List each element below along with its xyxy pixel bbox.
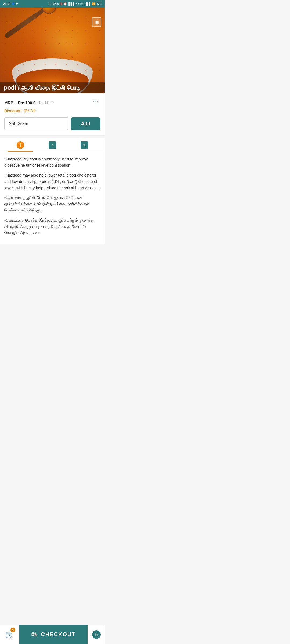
price-card: MRP : Rs: 100.0 Rs: 110.0 ♡ Discount : 9… [0,93,105,136]
tab-info[interactable]: i [4,138,36,152]
checkout-bag-icon: 🛍 [31,631,38,638]
mrp-label: MRP : [4,100,16,105]
discount-label: Discount : [4,109,23,113]
cart-badge: 5 [10,628,15,632]
price-original: Rs: 110.0 [38,100,54,105]
price-current: Rs: 100.0 [18,100,35,105]
back-button[interactable]: ← [3,17,13,27]
coupon-button[interactable]: % [88,625,105,644]
desc-point-3: •ஆளி விதை இட்லி பொடி பொதுவாக செரிமான ஆரோ… [4,195,100,214]
cart-button[interactable]: 🛒 5 [0,625,19,644]
status-time: 21:07 🔵 ✈ [3,2,18,5]
bottom-bar: 🛒 5 🛍 CHECKOUT % [0,625,105,644]
tab-review[interactable]: ✎ [68,138,100,152]
checkout-label: CHECKOUT [41,631,75,638]
tabs-container: i ≡ ✎ [0,138,105,152]
heart-icon: ♡ [93,99,98,106]
status-icons: 2.1MB/s 🔇 ⏰ ▐▌▌▌ Vo WiFi ▐▌▌ 📶 80 [49,2,102,6]
description-section: •Flaxseed idly podi is commonly used to … [0,152,105,244]
product-hero-image: ← ▣ podi / ஆளி விதை இட்லி பொடி [0,8,105,93]
add-to-cart-button[interactable]: Add [71,117,100,130]
review-icon: ✎ [81,141,88,149]
product-name: podi / ஆளி விதை இட்லி பொடி [4,84,101,91]
document-icon: ≡ [49,141,56,149]
checkout-button[interactable]: 🛍 CHECKOUT [19,625,88,644]
desc-point-2: •Flaxseed may also help lower total bloo… [4,172,100,191]
wallet-icon: ▣ [95,20,99,25]
price-info: MRP : Rs: 100.0 Rs: 110.0 [4,100,54,105]
coupon-icon: % [92,630,101,639]
wallet-button[interactable]: ▣ [92,17,102,27]
wishlist-button[interactable]: ♡ [91,98,100,107]
back-arrow-icon: ← [5,19,11,25]
product-name-banner: podi / ஆளி விதை இட்லி பொடி [0,82,105,93]
discount-value: 9% Off [24,109,35,113]
desc-point-4: •ஆளிவிதை மொத்த இரத்த கொழுப்பு மற்றும் கு… [4,217,100,236]
quantity-input[interactable] [4,117,68,130]
status-bar: 21:07 🔵 ✈ 2.1MB/s 🔇 ⏰ ▐▌▌▌ Vo WiFi ▐▌▌ 📶… [0,0,105,8]
desc-point-1: •Flaxseed idly podi is commonly used to … [4,156,100,169]
info-icon: i [17,141,24,149]
tab-document[interactable]: ≡ [36,138,68,152]
